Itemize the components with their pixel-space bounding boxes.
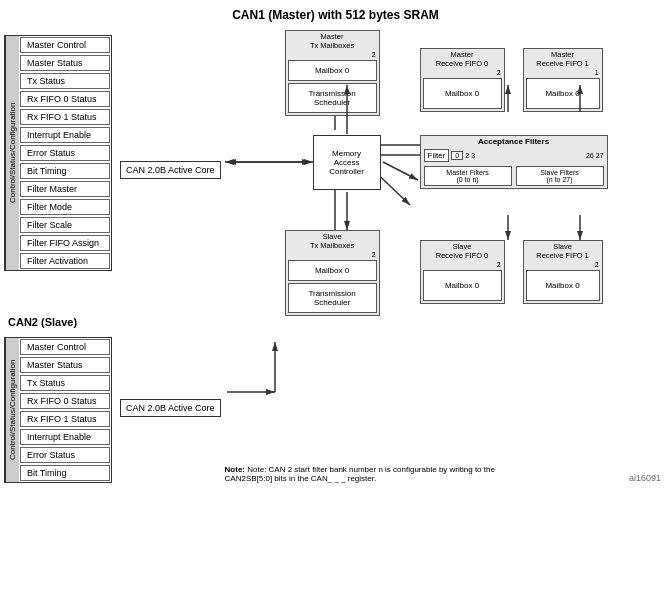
can1-item-8: Filter Master (20, 181, 110, 197)
can1-item-6: Error Status (20, 145, 110, 161)
can1-item-4: Rx FIFO 1 Status (20, 109, 110, 125)
can2-item-3: Rx FIFO 0 Status (20, 393, 110, 409)
can1-item-5: Interrupt Enable (20, 127, 110, 143)
slave-tx-mailboxes-label: SlaveTx Mailboxes (286, 231, 379, 251)
master-tx-mailbox0: Mailbox 0 (288, 60, 377, 81)
master-rx-fifo1-num: 1 (524, 69, 602, 76)
slave-tx-mailboxes-group: SlaveTx Mailboxes 2 Mailbox 0 Transmissi… (285, 230, 380, 316)
master-rx-fifo1-label: MasterReceive FIFO 1 (524, 49, 602, 69)
can2-item-4: Rx FIFO 1 Status (20, 411, 110, 427)
filter-num-2: 2 (465, 152, 469, 159)
can2-control-label: Control/Status/Configuration (5, 338, 19, 482)
can1-item-10: Filter Scale (20, 217, 110, 233)
slave-rx-fifo1-group: SlaveReceive FIFO 1 2 Mailbox 0 (523, 240, 603, 304)
memory-access-controller: MemoryAccessController (313, 135, 381, 190)
can1-core-box: CAN 2.0B Active Core (120, 161, 221, 179)
slave-rx-fifo0-label: SlaveReceive FIFO 0 (421, 241, 504, 261)
can2-arrows (225, 332, 655, 472)
slave-rx-fifo1-label: SlaveReceive FIFO 1 (524, 241, 602, 261)
acceptance-filters-group: Acceptance Filters Filter 0 2 3 26 27 Ma… (420, 135, 608, 189)
main-container: CAN1 (Master) with 512 bytes SRAM Contro… (0, 0, 671, 491)
master-tx-mailboxes-label: MasterTx Mailboxes (286, 31, 379, 51)
can1-item-9: Filter Mode (20, 199, 110, 215)
master-filters-box: Master Filters(0 to n) (424, 166, 512, 186)
can2-item-5: Interrupt Enable (20, 429, 110, 445)
master-tx-num: 2 (286, 51, 379, 58)
master-rx-fifo0-num: 2 (421, 69, 504, 76)
can2-item-2: Tx Status (20, 375, 110, 391)
slave-tx-num: 2 (286, 251, 379, 258)
filter-num-27: 27 (596, 152, 604, 159)
filter-num-3: 3 (471, 152, 475, 159)
slave-filters-box: Slave Filters(n to 27) (516, 166, 604, 186)
master-rx-fifo1-mailbox: Mailbox 0 (526, 78, 600, 109)
can1-control-items: Master Control Master Status Tx Status R… (19, 36, 111, 270)
master-tx-mailboxes-group: MasterTx Mailboxes 2 Mailbox 0 Transmiss… (285, 30, 380, 116)
can1-item-12: Filter Activation (20, 253, 110, 269)
can2-item-7: Bit Timing (20, 465, 110, 481)
can1-item-0: Master Control (20, 37, 110, 53)
can1-item-3: Rx FIFO 0 Status (20, 91, 110, 107)
master-rx-fifo0-mailbox: Mailbox 0 (423, 78, 502, 109)
slave-tx-mailbox0: Mailbox 0 (288, 260, 377, 281)
slave-rx-fifo1-num: 2 (524, 261, 602, 268)
acceptance-filters-label: Acceptance Filters (421, 136, 607, 147)
can1-item-11: Filter FIFO Assign (20, 235, 110, 251)
master-rx-fifo0-group: MasterReceive FIFO 0 2 Mailbox 0 (420, 48, 505, 112)
slave-rx-fifo1-mailbox: Mailbox 0 (526, 270, 600, 301)
can2-item-6: Error Status (20, 447, 110, 463)
can2-control-panel: Control/Status/Configuration Master Cont… (4, 337, 112, 483)
can1-control-panel: Control/Status/Configuration Master Cont… (4, 35, 112, 271)
can1-item-1: Master Status (20, 55, 110, 71)
can2-title: CAN2 (Slave) (8, 316, 667, 328)
filter-num-26: 26 (586, 152, 594, 159)
can2-item-1: Master Status (20, 357, 110, 373)
watermark: ai16091 (629, 473, 661, 483)
filter-num-0: 0 (451, 151, 463, 160)
master-tx-transmission-sched: TransmissionScheduler (288, 83, 377, 113)
can2-control-items: Master Control Master Status Tx Status R… (19, 338, 111, 482)
slave-rx-fifo0-num: 2 (421, 261, 504, 268)
svg-line-13 (383, 162, 418, 180)
slave-tx-transmission-sched: TransmissionScheduler (288, 283, 377, 313)
can2-item-0: Master Control (20, 339, 110, 355)
master-rx-fifo1-group: MasterReceive FIFO 1 1 Mailbox 0 (523, 48, 603, 112)
filter-label-box: Filter (424, 149, 450, 162)
slave-rx-fifo0-group: SlaveReceive FIFO 0 2 Mailbox 0 (420, 240, 505, 304)
note-text: Note: Note: CAN 2 start filter bank numb… (225, 465, 545, 483)
can2-core-box: CAN 2.0B Active Core (120, 399, 221, 417)
master-rx-fifo0-label: MasterReceive FIFO 0 (421, 49, 504, 69)
can1-item-7: Bit Timing (20, 163, 110, 179)
can1-diagram: MasterTx Mailboxes 2 Mailbox 0 Transmiss… (225, 30, 667, 310)
can1-control-label: Control/Status/Configuration (5, 36, 19, 270)
page-title: CAN1 (Master) with 512 bytes SRAM (4, 8, 667, 22)
can2-diagram: Note: Note: CAN 2 start filter bank numb… (225, 332, 667, 483)
can1-item-2: Tx Status (20, 73, 110, 89)
slave-rx-fifo0-mailbox: Mailbox 0 (423, 270, 502, 301)
